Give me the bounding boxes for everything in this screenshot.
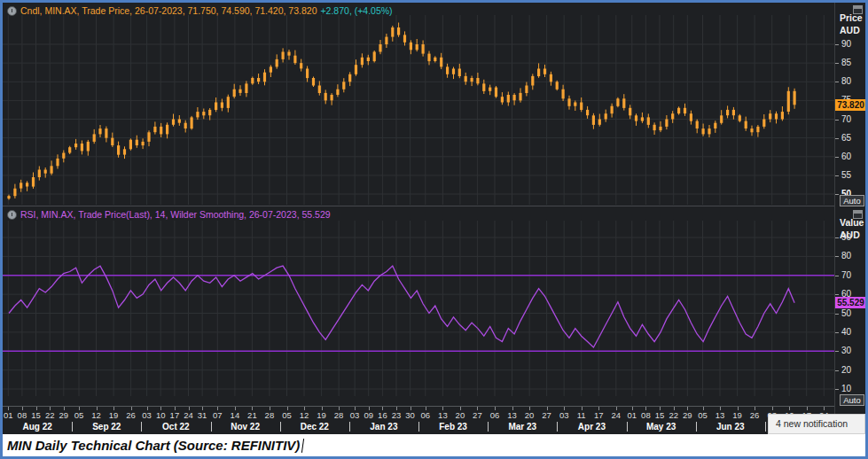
month-label: Dec 22 <box>280 422 349 433</box>
clock-icon <box>7 210 17 220</box>
month-label: Mar 23 <box>488 422 557 433</box>
month-label: Apr 23 <box>557 422 626 433</box>
caption-text: MIN Daily Technical Chart (Source: REFIN… <box>7 438 300 453</box>
date-axis[interactable]: 0108152229051219260310172431071421280512… <box>3 406 834 434</box>
maximize-panel-icon[interactable] <box>853 5 863 14</box>
month-label: May 23 <box>627 422 696 433</box>
last-price-badge: 73.820 <box>835 99 866 111</box>
month-label: Aug 22 <box>3 422 72 433</box>
rsi-chart-panel[interactable]: RSI, MIN.AX, Trade Price(Last), 14, Wild… <box>3 206 834 406</box>
price-legend-change: +2.870, (+4.05%) <box>320 5 392 16</box>
maximize-panel-icon[interactable] <box>853 210 863 219</box>
chart-screenshot-frame: Cndl, MIN.AX, Trade Price, 26-07-2023, 7… <box>0 0 868 459</box>
price-auto-scale-button[interactable]: Auto <box>840 195 864 206</box>
price-legend-text: Cndl, MIN.AX, Trade Price, 26-07-2023, 7… <box>20 5 317 16</box>
clock-icon <box>7 6 17 16</box>
rsi-legend[interactable]: RSI, MIN.AX, Trade Price(Last), 14, Wild… <box>7 209 331 220</box>
candlestick-chart[interactable] <box>3 3 834 206</box>
notification-popup[interactable]: 4 new notification <box>768 414 865 434</box>
text-cursor <box>301 439 304 453</box>
price-chart-panel[interactable]: Cndl, MIN.AX, Trade Price, 26-07-2023, 7… <box>3 3 834 206</box>
month-label: Sep 22 <box>72 422 141 433</box>
month-label: Jan 23 <box>349 422 418 433</box>
document-caption-bar: MIN Daily Technical Chart (Source: REFIN… <box>3 434 865 456</box>
price-legend[interactable]: Cndl, MIN.AX, Trade Price, 26-07-2023, 7… <box>7 5 393 16</box>
month-label: Jun 23 <box>696 422 765 433</box>
value-axis-column[interactable]: Price AUD 908580757065605550 73.820 Auto… <box>834 3 865 434</box>
last-rsi-badge: 55.529 <box>835 297 866 308</box>
chart-application: Cndl, MIN.AX, Trade Price, 26-07-2023, 7… <box>3 3 865 456</box>
rsi-auto-scale-button[interactable]: Auto <box>840 394 864 406</box>
rsi-legend-text: RSI, MIN.AX, Trade Price(Last), 14, Wild… <box>20 209 331 220</box>
month-label: Oct 22 <box>141 422 210 433</box>
month-label: Feb 23 <box>418 422 488 433</box>
month-label: Nov 22 <box>211 422 280 433</box>
price-axis-currency: AUD <box>840 25 860 35</box>
rsi-line-chart[interactable] <box>3 206 834 406</box>
